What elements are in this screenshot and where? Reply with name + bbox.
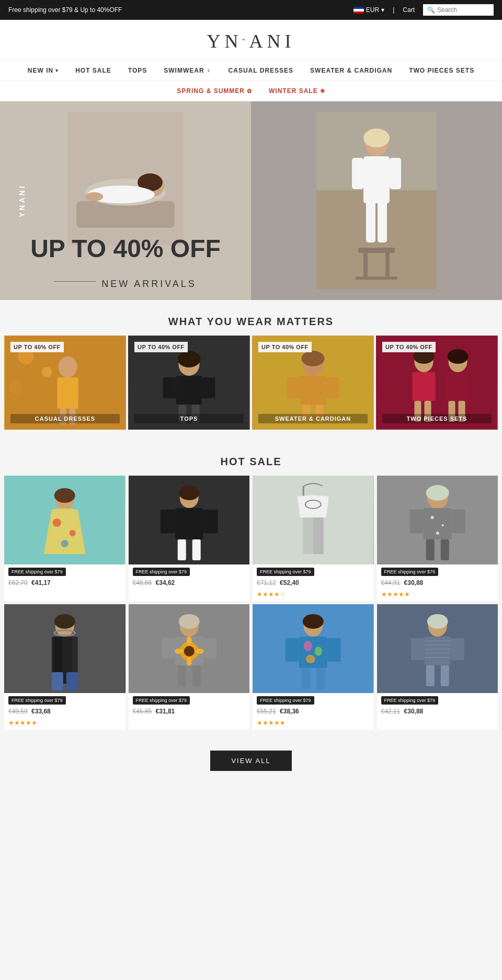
shipping-badge-5: FREE shipping over $79 <box>8 696 66 705</box>
shipping-badge-7: FREE shipping over $79 <box>257 696 314 705</box>
price-row-2: €48,66 €34,62 <box>129 578 250 590</box>
logo[interactable]: YN●ANI <box>0 30 502 52</box>
nav-row-1: NEW IN ▾ HOT SALE TOPS SWIMWEAR ♀ CASUAL… <box>0 61 502 80</box>
svg-point-60 <box>54 488 75 503</box>
old-price-4: €44,91 <box>381 579 401 586</box>
category-overlay-3: UP TO 40% OFF SWEATER & CARDIGAN <box>252 336 374 430</box>
old-price-2: €48,66 <box>133 579 152 586</box>
nav-item-new-in[interactable]: NEW IN ▾ <box>19 61 67 80</box>
svg-rect-77 <box>409 510 423 533</box>
hero-right <box>251 101 502 300</box>
svg-rect-130 <box>440 665 449 686</box>
shipping-badge-1: FREE shipping over $79 <box>8 568 66 576</box>
gender-icon: ♀ <box>207 67 212 74</box>
svg-rect-15 <box>363 156 390 203</box>
category-overlay-2: UP TO 40% OFF TOPS <box>128 336 250 430</box>
price-row-3: €71,12 €52,40 <box>253 578 374 590</box>
svg-rect-105 <box>177 665 186 686</box>
svg-rect-91 <box>52 672 63 690</box>
new-price-1: €41,17 <box>31 579 51 586</box>
cart-label: Cart <box>403 6 415 14</box>
main-navigation: NEW IN ▾ HOT SALE TOPS SWIMWEAR ♀ CASUAL… <box>0 60 502 101</box>
svg-rect-79 <box>426 539 434 560</box>
product-card-8[interactable]: FREE shipping over $79 €42,11 €30,88 <box>377 604 498 730</box>
nav-item-winter-sale[interactable]: WINTER SALE ❄ <box>260 81 334 101</box>
svg-point-107 <box>178 614 199 629</box>
stars-7: ★★★★★ <box>253 718 374 730</box>
product-card-3[interactable]: FREE shipping over $79 €71,12 €52,40 ★★★… <box>253 476 374 601</box>
product-image-6 <box>129 604 250 693</box>
shipping-badge-8: FREE shipping over $79 <box>381 696 439 705</box>
product-image-7 <box>253 604 374 693</box>
view-all-container: VIEW ALL <box>0 740 502 787</box>
svg-rect-80 <box>440 539 449 560</box>
product-image-3 <box>253 476 374 564</box>
search-box[interactable]: 🔍 <box>423 4 494 16</box>
old-price-7: €55,21 <box>257 708 276 715</box>
svg-point-59 <box>61 540 69 547</box>
product-card-6[interactable]: FREE shipping over $79 €45,85 €31,81 <box>129 604 250 730</box>
product-card-4[interactable]: FREE shipping over $79 €44,91 €30,88 ★★★… <box>377 476 498 601</box>
product-card-7[interactable]: FREE shipping over $79 €55,21 €38,36 ★★★… <box>253 604 374 730</box>
old-price-1: €62,70 <box>8 579 28 586</box>
separator: | <box>393 6 394 14</box>
svg-rect-71 <box>303 517 313 554</box>
hot-sale-section: HOT SALE FREE shipping over $79 €62,70 <box>0 440 502 740</box>
view-all-button[interactable]: VIEW ALL <box>210 751 291 771</box>
category-card-two-pieces[interactable]: UP TO 40% OFF TWO PIECES SETS <box>376 336 498 430</box>
svg-rect-92 <box>66 672 78 690</box>
svg-rect-17 <box>378 201 387 243</box>
search-icon: 🔍 <box>427 6 435 14</box>
old-price-6: €45,85 <box>133 708 152 715</box>
svg-rect-78 <box>451 510 465 533</box>
product-card-2[interactable]: FREE shipping over $79 €48,66 €34,62 <box>129 476 250 601</box>
hero-banner[interactable]: YNANI UP TO 40% OFF NEW ARRIVALS <box>0 101 502 300</box>
nav-item-swimwear[interactable]: SWIMWEAR ♀ <box>155 61 220 80</box>
category-card-casual-dresses[interactable]: UP TO 40% OFF CASUAL DRESSES <box>4 336 126 430</box>
svg-rect-12 <box>356 276 397 280</box>
cart-link[interactable]: Cart <box>403 6 415 14</box>
price-row-8: €42,11 €30,88 <box>377 707 498 718</box>
svg-point-114 <box>315 647 322 656</box>
category-label-1: CASUAL DRESSES <box>10 414 120 423</box>
svg-point-101 <box>186 637 191 645</box>
svg-point-131 <box>427 614 448 629</box>
svg-point-58 <box>70 530 76 536</box>
logo-dot: ● <box>243 37 249 42</box>
shipping-badge-6: FREE shipping over $79 <box>133 696 190 705</box>
new-price-4: €30,88 <box>404 579 424 586</box>
nav-item-sweater-cardigan[interactable]: SWEATER & CARDIGAN <box>302 61 401 80</box>
svg-rect-106 <box>192 665 200 686</box>
svg-point-68 <box>178 486 199 500</box>
category-overlay-1: UP TO 40% OFF CASUAL DRESSES <box>4 336 126 430</box>
category-card-sweater[interactable]: UP TO 40% OFF SWEATER & CARDIGAN <box>252 336 374 430</box>
price-row-4: €44,91 €30,88 <box>377 578 498 590</box>
svg-point-6 <box>85 192 103 201</box>
svg-point-115 <box>306 655 315 663</box>
svg-point-104 <box>195 649 203 654</box>
nav-item-hot-sale[interactable]: HOT SALE <box>67 61 120 80</box>
category-card-tops[interactable]: UP TO 40% OFF TOPS <box>128 336 250 430</box>
svg-rect-66 <box>177 539 186 560</box>
currency-chevron: ▾ <box>381 6 384 14</box>
category-label-2: TOPS <box>134 414 244 423</box>
currency-selector[interactable]: EUR ▾ <box>353 6 384 14</box>
svg-rect-112 <box>327 638 341 662</box>
search-input[interactable] <box>437 6 489 14</box>
nav-item-spring-summer[interactable]: SPRING & SUMMER ✿ <box>168 81 260 101</box>
product-image-5 <box>4 604 126 693</box>
svg-rect-98 <box>203 638 216 658</box>
svg-rect-63 <box>175 508 203 539</box>
svg-point-102 <box>186 658 191 666</box>
svg-rect-9 <box>358 248 395 253</box>
product-image-4 <box>377 476 498 564</box>
snowflake-icon: ❄ <box>320 88 325 95</box>
category-label-4: TWO PIECES SETS <box>382 414 492 423</box>
nav-item-casual-dresses[interactable]: CASUAL DRESSES <box>220 61 302 80</box>
product-card-1[interactable]: FREE shipping over $79 €62,70 €41,17 <box>4 476 126 601</box>
discount-badge-4: UP TO 40% OFF <box>382 342 436 352</box>
nav-item-tops[interactable]: TOPS <box>120 61 155 80</box>
new-price-8: €30,88 <box>404 708 424 715</box>
nav-item-two-pieces[interactable]: TWO PIECES SETS <box>401 61 483 80</box>
product-card-5[interactable]: FREE shipping over $79 €49,59 €33,68 ★★★… <box>4 604 126 730</box>
